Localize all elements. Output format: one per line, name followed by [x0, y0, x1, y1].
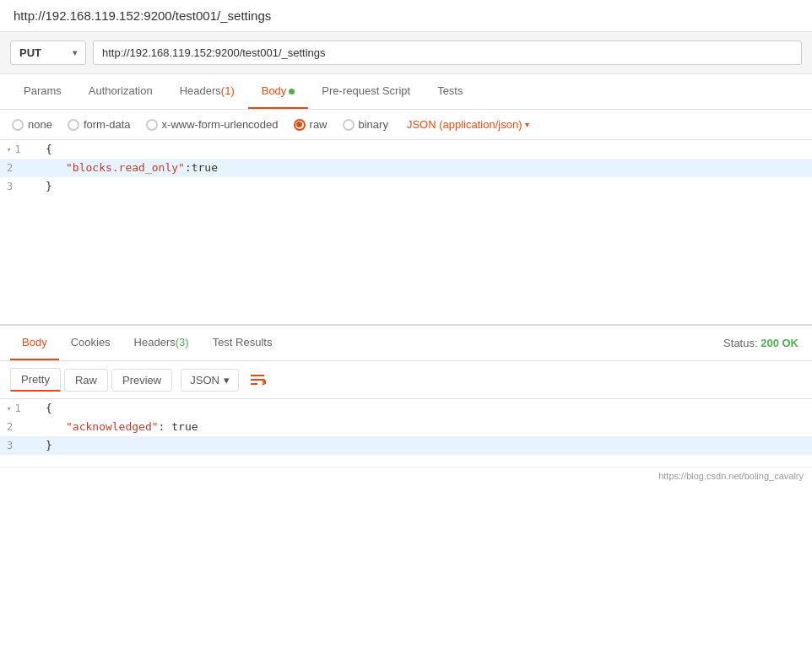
radio-none-circle — [12, 119, 24, 131]
url-bar: PUT ▾ — [0, 32, 812, 74]
radio-binary[interactable]: binary — [343, 118, 388, 131]
radio-raw[interactable]: raw — [294, 118, 328, 131]
json-type-dropdown[interactable]: JSON (application/json) ▾ — [407, 118, 530, 131]
tab-body[interactable]: Body — [248, 74, 309, 109]
body-options: none form-data x-www-form-urlencoded raw… — [0, 110, 812, 140]
resp-tab-cookies[interactable]: Cookies — [59, 326, 122, 360]
fmt-pretty-button[interactable]: Pretty — [10, 368, 61, 392]
url-input[interactable] — [93, 41, 802, 65]
req-line-1: ▾ 1 { — [0, 140, 812, 159]
req-gutter-1: ▾ 1 — [0, 140, 39, 159]
body-dot-icon — [289, 89, 295, 95]
resp-headers-badge: (3) — [176, 336, 189, 349]
status-info: Status: 200 OK — [723, 337, 802, 349]
resp-line-3: 3 } — [0, 436, 812, 455]
resp-gutter-2: 2 — [0, 418, 39, 436]
tab-params[interactable]: Params — [10, 74, 75, 109]
resp-tab-headers[interactable]: Headers(3) — [122, 326, 201, 360]
radio-form-data[interactable]: form-data — [68, 118, 131, 131]
resp-tab-body[interactable]: Body — [10, 326, 59, 360]
radio-urlencoded[interactable]: x-www-form-urlencoded — [146, 118, 279, 131]
request-code-editor[interactable]: ▾ 1 { 2 "blocks.read_only":true 3 } — [0, 140, 812, 326]
request-tabs: Params Authorization Headers(1) Body Pre… — [0, 74, 812, 110]
status-code: 200 OK — [761, 337, 798, 349]
resp-arrow-1-icon: ▾ — [7, 399, 11, 418]
method-dropdown[interactable]: PUT ▾ — [10, 41, 86, 65]
response-format-bar: Pretty Raw Preview JSON ▾ — [0, 361, 812, 399]
tab-prerequest[interactable]: Pre-request Script — [308, 74, 424, 109]
page-title: http://192.168.119.152:9200/test001/_set… — [14, 8, 271, 23]
resp-tab-test-results[interactable]: Test Results — [201, 326, 284, 360]
tab-tests[interactable]: Tests — [424, 74, 476, 109]
radio-urlencoded-circle — [146, 119, 158, 131]
wrap-icon[interactable] — [249, 371, 266, 388]
resp-gutter-3: 3 — [0, 436, 39, 455]
method-label: PUT — [19, 46, 41, 59]
resp-gutter-1: ▾ 1 — [0, 399, 39, 418]
response-code-editor: ▾ 1 { 2 "acknowledged": true 3 } — [0, 399, 812, 467]
radio-none[interactable]: none — [12, 118, 52, 131]
title-bar: http://192.168.119.152:9200/test001/_set… — [0, 0, 812, 32]
req-gutter-3: 3 — [0, 177, 39, 196]
radio-form-data-circle — [68, 119, 79, 131]
fmt-preview-button[interactable]: Preview — [111, 369, 172, 392]
method-chevron-icon: ▾ — [73, 48, 77, 57]
response-section: Body Cookies Headers(3) Test Results Sta… — [0, 326, 812, 467]
json-type-chevron-icon: ▾ — [525, 120, 529, 129]
resp-line-2: 2 "acknowledged": true — [0, 418, 812, 436]
resp-line-1: ▾ 1 { — [0, 399, 812, 418]
headers-badge: (1) — [221, 84, 235, 97]
req-line-2: 2 "blocks.read_only":true — [0, 159, 812, 177]
req-gutter-2: 2 — [0, 159, 39, 177]
tab-headers[interactable]: Headers(1) — [166, 74, 248, 109]
json-dropdown-chevron-icon: ▾ — [224, 374, 230, 386]
tab-authorization[interactable]: Authorization — [75, 74, 166, 109]
radio-raw-circle — [294, 119, 306, 131]
req-line-3: 3 } — [0, 177, 812, 196]
fmt-raw-button[interactable]: Raw — [64, 369, 108, 392]
radio-binary-circle — [343, 119, 355, 131]
json-format-dropdown[interactable]: JSON ▾ — [181, 369, 239, 392]
req-arrow-1-icon: ▾ — [7, 140, 11, 159]
watermark: https://blog.csdn.net/boling_cavalry — [0, 467, 812, 484]
response-tabs-row: Body Cookies Headers(3) Test Results Sta… — [0, 326, 812, 361]
